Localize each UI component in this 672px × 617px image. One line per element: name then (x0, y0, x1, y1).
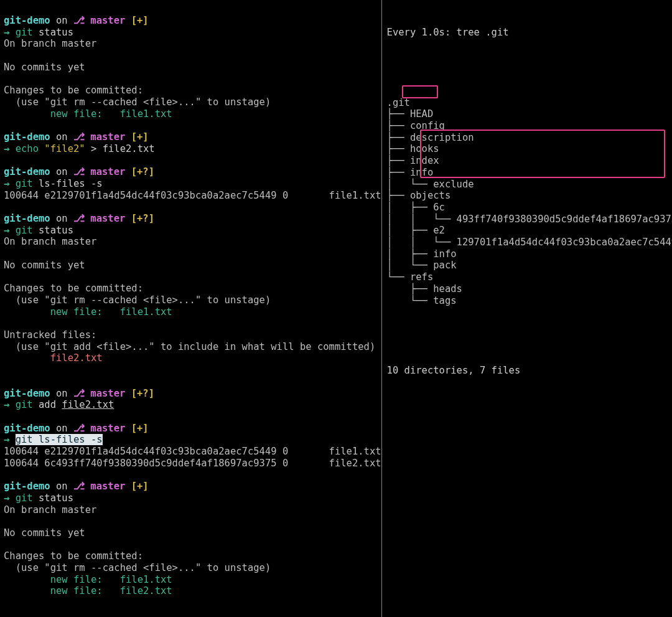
tree-line: │ └── pack (387, 260, 672, 271)
prompt-line: git-demo on ⎇ master [+] (4, 423, 381, 435)
command-line: → git add file2.txt (4, 399, 381, 411)
branch-icon: ⎇ (73, 213, 85, 224)
tree-line: ├── description (387, 132, 672, 144)
branch-icon: ⎇ (73, 166, 85, 177)
terminal-left-pane[interactable]: git-demo on ⎇ master [+]→ git statusOn b… (0, 0, 381, 617)
tree-line: ├── heads (387, 283, 672, 295)
tree-line: └── refs (387, 271, 672, 283)
tree-line: │ ├── info (387, 248, 672, 260)
tree-line: ├── info (387, 167, 672, 179)
branch-icon: ⎇ (73, 423, 85, 434)
tree-line: │ └── exclude (387, 179, 672, 191)
tree-line: │ │ └── 129701f1a4d54dc44f03c93bca0a2aec… (387, 237, 672, 248)
command-line: → git ls-files -s (4, 178, 381, 190)
output-line: On branch master (4, 38, 381, 50)
branch-icon: ⎇ (73, 388, 85, 399)
output-line: (use "git rm --cached <file>..." to unst… (4, 97, 381, 108)
prompt-line: git-demo on ⎇ master [+?] (4, 388, 381, 400)
staged-file-line: new file: file1.txt (4, 306, 381, 318)
command-line: → git status (4, 492, 381, 504)
output-line: Untracked files: (4, 329, 381, 341)
output-line: (use "git rm --cached <file>..." to unst… (4, 562, 381, 574)
staged-file-line: new file: file1.txt (4, 108, 381, 120)
command-line-highlighted: → git ls-files -s (4, 434, 381, 446)
staged-file-line: new file: file1.txt (4, 574, 381, 586)
prompt-line: git-demo on ⎇ master [+?] (4, 213, 381, 225)
prompt-line: git-demo on ⎇ master [+] (4, 15, 381, 27)
tree-line: ├── objects (387, 190, 672, 202)
output-line: Changes to be committed: (4, 550, 381, 562)
prompt-line: git-demo on ⎇ master [+?] (4, 166, 381, 178)
output-line: On branch master (4, 504, 381, 516)
command-line: → echo "file2" > file2.txt (4, 143, 381, 155)
output-line: On branch master (4, 236, 381, 248)
untracked-file-line: file2.txt (4, 352, 381, 364)
output-line: No commits yet (4, 260, 381, 271)
output-line: Changes to be committed: (4, 85, 381, 97)
tree-line: │ ├── 6c (387, 202, 672, 214)
output-line: 100644 e2129701f1a4d54dc44f03c93bca0a2ae… (4, 190, 381, 202)
prompt-line: git-demo on ⎇ master [+] (4, 131, 381, 143)
output-line: 100644 6c493ff740f9380390d5c9ddef4af1869… (4, 458, 381, 469)
tree-output: .git├── HEAD├── config├── description├──… (387, 97, 672, 307)
tree-line: ├── hooks (387, 143, 672, 155)
branch-icon: ⎇ (73, 15, 85, 26)
watch-header: Every 1.0s: tree .git (387, 27, 672, 39)
tree-line: │ ├── e2 (387, 225, 672, 237)
branch-icon: ⎇ (73, 481, 85, 492)
output-line: (use "git add <file>..." to include in w… (4, 341, 381, 353)
prompt-line: git-demo on ⎇ master [+] (4, 481, 381, 492)
output-line: No commits yet (4, 62, 381, 73)
tree-line: .git (387, 97, 672, 109)
tree-line: └── tags (387, 295, 672, 307)
tree-line: │ │ └── 493ff740f9380390d5c9ddef4af18697… (387, 214, 672, 225)
output-line: 100644 e2129701f1a4d54dc44f03c93bca0a2ae… (4, 446, 381, 458)
staged-file-line: new file: file2.txt (4, 585, 381, 597)
command-line: → git status (4, 225, 381, 237)
output-line: (use "git rm --cached <file>..." to unst… (4, 294, 381, 306)
tree-line: ├── index (387, 155, 672, 167)
tree-summary: 10 directories, 7 files (387, 365, 672, 377)
output-line: No commits yet (4, 527, 381, 539)
branch-icon: ⎇ (73, 131, 85, 143)
tree-line: ├── config (387, 120, 672, 132)
terminal-right-pane[interactable]: Every 1.0s: tree .git .git├── HEAD├── co… (382, 0, 672, 617)
tree-line: ├── HEAD (387, 108, 672, 120)
output-line: Changes to be committed: (4, 283, 381, 294)
command-line: → git status (4, 27, 381, 39)
